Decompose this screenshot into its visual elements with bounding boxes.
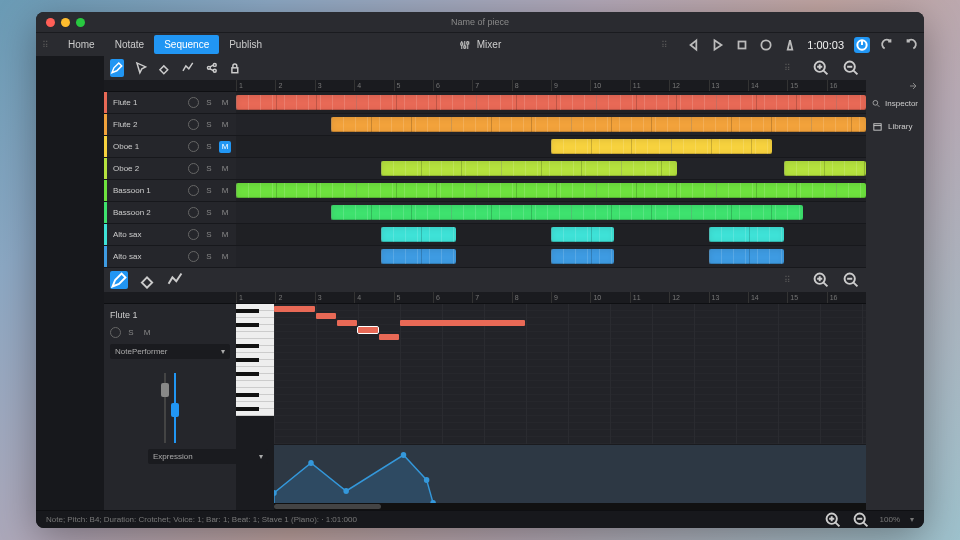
mute-toggle[interactable]: M [141, 326, 153, 338]
mute-toggle[interactable]: M [219, 97, 231, 109]
clip[interactable] [551, 227, 614, 242]
mute-toggle[interactable]: M [219, 185, 231, 197]
automation-tool[interactable] [166, 271, 184, 289]
expression-fader[interactable] [174, 373, 176, 443]
mute-toggle[interactable]: M [219, 119, 231, 131]
solo-toggle[interactable]: S [203, 185, 215, 197]
redo-button[interactable] [904, 38, 918, 52]
zoom-in-button[interactable] [812, 59, 830, 77]
track-lane[interactable] [236, 246, 866, 267]
clip[interactable] [709, 249, 785, 264]
midi-note[interactable] [400, 320, 525, 326]
mute-toggle[interactable]: M [219, 163, 231, 175]
erase-tool[interactable] [138, 271, 156, 289]
inspector-button[interactable]: Inspector [866, 92, 924, 115]
tab-publish[interactable]: Publish [219, 35, 272, 54]
volume-fader[interactable] [164, 373, 166, 443]
zoom-in-button[interactable] [812, 271, 830, 289]
record-button[interactable] [759, 38, 773, 52]
track-header[interactable]: Alto sax S M [104, 224, 236, 245]
track-header[interactable]: Bassoon 1 S M [104, 180, 236, 201]
tab-home[interactable]: Home [58, 35, 105, 54]
track-lane[interactable] [236, 136, 866, 157]
minimize-window-button[interactable] [61, 18, 70, 27]
rewind-button[interactable] [687, 38, 701, 52]
tab-sequence[interactable]: Sequence [154, 35, 219, 54]
track-header[interactable]: Oboe 2 S M [104, 158, 236, 179]
automation-tool[interactable] [181, 59, 195, 77]
mute-toggle[interactable]: M [219, 229, 231, 241]
clip[interactable] [381, 227, 457, 242]
selection-tool[interactable] [134, 59, 148, 77]
share-tool[interactable] [205, 59, 219, 77]
midi-grid[interactable] [274, 304, 866, 444]
record-arm-toggle[interactable] [188, 207, 199, 218]
clip[interactable] [331, 205, 804, 220]
clip[interactable] [381, 249, 457, 264]
midi-note[interactable] [337, 320, 357, 326]
erase-tool[interactable] [157, 59, 171, 77]
draw-tool[interactable] [110, 271, 128, 289]
close-window-button[interactable] [46, 18, 55, 27]
mixer-button[interactable]: Mixer [459, 39, 501, 51]
tab-notate[interactable]: Notate [105, 35, 154, 54]
track-header[interactable]: Oboe 1 S M [104, 136, 236, 157]
clip[interactable] [236, 95, 866, 110]
drag-handle-icon[interactable]: ⠿ [784, 275, 790, 285]
track-lane[interactable] [236, 202, 866, 223]
track-header[interactable]: Alto sax S M [104, 246, 236, 267]
zoom-level[interactable]: 100% [880, 515, 900, 524]
zoom-window-button[interactable] [76, 18, 85, 27]
piano-roll-keys[interactable] [236, 304, 274, 510]
mute-toggle[interactable]: M [219, 251, 231, 263]
clip[interactable] [236, 183, 866, 198]
clip[interactable] [381, 161, 677, 176]
clip[interactable] [331, 117, 867, 132]
draw-tool[interactable] [110, 59, 124, 77]
solo-toggle[interactable]: S [203, 119, 215, 131]
record-arm-toggle[interactable] [188, 97, 199, 108]
library-button[interactable]: Library [866, 115, 924, 138]
undo-button[interactable] [880, 38, 894, 52]
solo-toggle[interactable]: S [203, 163, 215, 175]
zoom-out-button[interactable] [842, 59, 860, 77]
power-button[interactable] [854, 37, 870, 53]
record-arm-toggle[interactable] [188, 163, 199, 174]
midi-note[interactable] [274, 306, 315, 312]
track-header[interactable]: Flute 2 S M [104, 114, 236, 135]
record-arm-toggle[interactable] [188, 119, 199, 130]
midi-note[interactable] [379, 334, 399, 340]
zoom-in-button[interactable] [824, 511, 842, 529]
automation-select[interactable]: Expression▾ [148, 449, 268, 464]
lock-tool[interactable] [228, 59, 242, 77]
automation-lane[interactable]: Expression▾ [274, 445, 866, 503]
record-arm-toggle[interactable] [188, 185, 199, 196]
track-header[interactable]: Flute 1 S M [104, 92, 236, 113]
detail-ruler[interactable]: 12345678910111213141516 [104, 292, 866, 304]
timeline-ruler[interactable]: 12345678910111213141516 [104, 80, 866, 92]
record-arm-toggle[interactable] [188, 229, 199, 240]
record-arm-toggle[interactable] [188, 251, 199, 262]
record-arm-toggle[interactable] [110, 327, 121, 338]
drag-handle-icon[interactable]: ⠿ [42, 40, 48, 50]
track-header[interactable]: Bassoon 2 S M [104, 202, 236, 223]
clip[interactable] [709, 227, 785, 242]
track-lane[interactable] [236, 92, 866, 113]
drag-handle-icon[interactable]: ⠿ [661, 40, 667, 50]
clip[interactable] [551, 139, 772, 154]
engine-select[interactable]: NotePerformer▾ [110, 344, 230, 359]
solo-toggle[interactable]: S [203, 141, 215, 153]
mute-toggle[interactable]: M [219, 207, 231, 219]
solo-toggle[interactable]: S [203, 251, 215, 263]
solo-toggle[interactable]: S [125, 326, 137, 338]
midi-note[interactable] [316, 313, 336, 319]
solo-toggle[interactable]: S [203, 207, 215, 219]
track-lane[interactable] [236, 114, 866, 135]
collapse-arrow[interactable] [866, 80, 924, 92]
play-button[interactable] [711, 38, 725, 52]
drag-handle-icon[interactable]: ⠿ [784, 63, 790, 73]
metronome-button[interactable] [783, 38, 797, 52]
clip[interactable] [551, 249, 614, 264]
solo-toggle[interactable]: S [203, 229, 215, 241]
zoom-out-button[interactable] [852, 511, 870, 529]
